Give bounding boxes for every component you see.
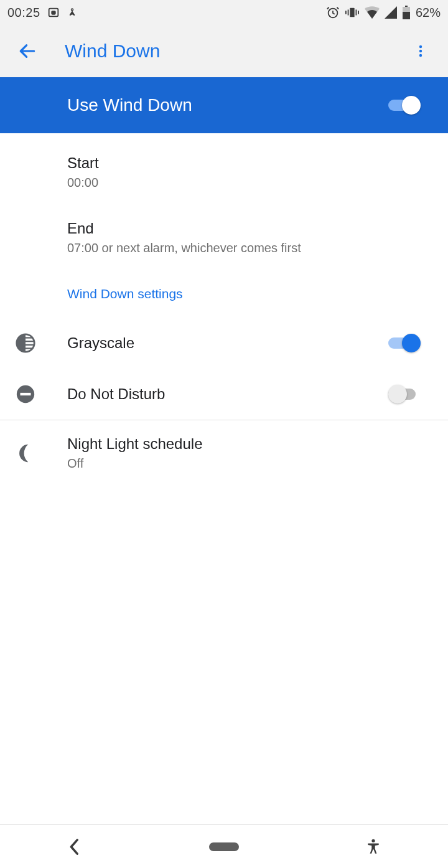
grayscale-row[interactable]: Grayscale [0, 318, 448, 369]
svg-rect-7 [345, 11, 347, 14]
vibrate-icon [345, 6, 360, 19]
master-switch-label: Use Wind Down [67, 95, 192, 115]
svg-rect-9 [405, 6, 408, 7]
app-bar: Wind Down [0, 25, 448, 77]
alarm-icon [326, 6, 340, 19]
back-button[interactable] [12, 36, 42, 66]
night-light-row[interactable]: Night Light schedule Off [0, 420, 448, 486]
more-vert-icon [413, 44, 428, 59]
svg-rect-8 [358, 11, 359, 14]
vpn-lock-icon [47, 6, 60, 19]
svg-rect-5 [348, 9, 349, 15]
page-title: Wind Down [65, 40, 406, 62]
nav-home-button[interactable] [187, 842, 261, 851]
svg-rect-22 [21, 393, 31, 395]
start-time-row[interactable]: Start 00:00 [0, 139, 448, 205]
night-light-label: Night Light schedule [67, 435, 421, 453]
status-bar: 00:25 [0, 0, 448, 25]
settings-list: Start 00:00 End 07:00 or next alarm, whi… [0, 133, 448, 486]
master-switch-toggle[interactable] [388, 96, 421, 115]
svg-point-13 [419, 45, 422, 48]
do-not-disturb-icon [15, 384, 36, 405]
accessibility-icon [365, 838, 381, 856]
svg-rect-4 [350, 8, 354, 17]
moon-icon [15, 443, 36, 464]
dnd-label: Do Not Disturb [67, 385, 388, 403]
svg-rect-6 [355, 9, 357, 15]
tonality-icon [15, 333, 36, 354]
svg-point-23 [371, 839, 375, 842]
section-header: Wind Down settings [0, 270, 448, 318]
arrow-left-icon [17, 41, 37, 61]
home-pill-icon [209, 842, 239, 851]
overflow-menu-button[interactable] [406, 36, 436, 66]
nav-accessibility-button[interactable] [336, 838, 411, 856]
master-switch-row[interactable]: Use Wind Down [0, 77, 448, 133]
wifi-icon [365, 6, 380, 19]
dnd-toggle[interactable] [388, 385, 421, 403]
nav-back-button[interactable] [37, 838, 112, 856]
end-value: 07:00 or next alarm, whichever comes fir… [67, 241, 421, 255]
svg-point-14 [419, 50, 422, 52]
battery-percent: 62% [416, 6, 441, 20]
battery-icon [402, 6, 411, 19]
location-icon [67, 6, 78, 19]
svg-rect-1 [52, 11, 55, 14]
grayscale-toggle[interactable] [388, 334, 421, 352]
chevron-left-icon [68, 838, 81, 856]
svg-point-2 [71, 9, 73, 11]
night-light-value: Off [67, 456, 421, 471]
grayscale-label: Grayscale [67, 334, 388, 352]
end-time-row[interactable]: End 07:00 or next alarm, whichever comes… [0, 205, 448, 270]
start-value: 00:00 [67, 176, 421, 190]
navigation-bar [0, 824, 448, 868]
svg-rect-11 [403, 12, 410, 19]
end-label: End [67, 220, 421, 237]
svg-point-15 [419, 54, 422, 57]
dnd-row[interactable]: Do Not Disturb [0, 369, 448, 420]
status-clock: 00:25 [7, 6, 40, 20]
start-label: Start [67, 154, 421, 172]
cellular-icon [385, 6, 397, 19]
